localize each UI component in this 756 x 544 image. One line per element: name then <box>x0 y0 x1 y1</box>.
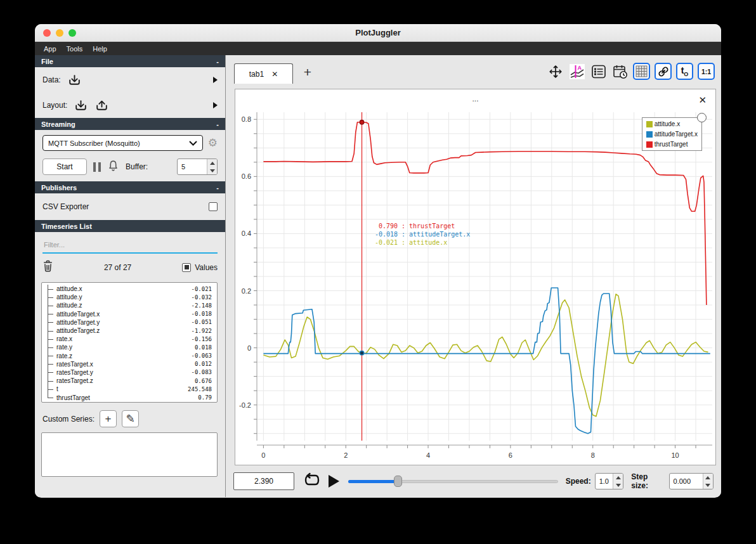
spin-down-button[interactable] <box>207 167 217 174</box>
values-label: Values <box>195 263 218 272</box>
collapse-icon[interactable]: - <box>216 120 219 128</box>
save-layout-icon[interactable] <box>94 99 109 112</box>
plot-toolbar: A tO 1:1 <box>547 63 715 80</box>
spin-up-button[interactable] <box>207 159 217 167</box>
data-row: Data: <box>35 67 225 93</box>
plotjuggler-window: PlotJuggler AppToolsHelp File - Data: La… <box>35 24 721 498</box>
tab-tab1[interactable]: tab1 ✕ <box>234 63 293 84</box>
section-header-timeseries[interactable]: Timeseries List <box>35 220 225 232</box>
play-button[interactable] <box>329 475 339 488</box>
spin-down-button[interactable] <box>613 481 623 489</box>
timeseries-item-ratesTarget.y[interactable]: ratesTarget.y-0.083 <box>44 368 217 377</box>
timeseries-item-attitude.z[interactable]: attitude.z-2.148 <box>44 301 217 309</box>
collapse-icon[interactable]: - <box>216 58 219 65</box>
menu-help[interactable]: Help <box>88 44 112 54</box>
delete-series-trash-icon[interactable] <box>42 260 53 275</box>
curve-list-icon[interactable] <box>590 63 607 80</box>
speed-spinbox[interactable]: 1.0 <box>595 473 624 489</box>
playback-bar: Speed: 1.0 Step size: 0.000 <box>226 465 721 497</box>
menu-app[interactable]: App <box>39 44 62 54</box>
time-offset-icon[interactable]: tO <box>676 63 693 80</box>
step-size-value: 0.000 <box>670 474 703 489</box>
datetime-icon[interactable] <box>611 63 629 80</box>
filter-input[interactable] <box>42 237 218 252</box>
add-tab-button[interactable]: + <box>299 64 316 81</box>
section-header-file[interactable]: File - <box>35 55 225 67</box>
spin-up-button[interactable] <box>613 474 623 481</box>
grid-layout-icon[interactable] <box>633 63 650 80</box>
timeseries-item-attitude.x[interactable]: attitude.x-0.021 <box>44 285 217 293</box>
data-label: Data: <box>42 75 61 84</box>
section-header-publishers[interactable]: Publishers - <box>35 181 225 193</box>
curve-tracker-icon[interactable]: A <box>568 63 585 80</box>
svg-text:8: 8 <box>591 451 595 459</box>
svg-text:0: 0 <box>247 344 251 352</box>
tracker-time-input[interactable] <box>233 472 294 490</box>
svg-text:4: 4 <box>426 451 430 459</box>
legend-swatch <box>646 141 653 148</box>
minimize-window-button[interactable] <box>56 29 63 37</box>
ratio-one-to-one-icon[interactable]: 1:1 <box>698 63 715 80</box>
speed-value: 1.0 <box>596 474 613 489</box>
link-axes-icon[interactable] <box>655 63 672 80</box>
streaming-settings-gear-icon[interactable]: ⚙ <box>208 136 218 150</box>
spin-up-button[interactable] <box>703 474 713 481</box>
plot-legend[interactable]: attitude.xattitudeTarget.xthrustTarget <box>642 117 702 151</box>
plot-canvas[interactable]: 0.80.60.40.20-0.20246810 <box>257 112 712 469</box>
load-layout-icon[interactable] <box>74 99 88 112</box>
add-custom-series-button[interactable]: + <box>100 410 117 427</box>
custom-series-list[interactable] <box>41 432 218 477</box>
timeseries-item-rate.y[interactable]: rate.y0.018 <box>44 343 217 351</box>
traffic-lights <box>43 29 76 37</box>
timeseries-item-t[interactable]: t245.548 <box>44 385 217 393</box>
tree-branch-icon <box>44 343 56 351</box>
layout-label: Layout: <box>42 101 67 110</box>
timeline-slider[interactable] <box>348 475 558 488</box>
file-section-label: File <box>41 58 53 65</box>
tree-branch-icon <box>44 285 56 293</box>
start-streaming-button[interactable]: Start <box>42 159 87 175</box>
tree-branch-icon <box>44 385 56 393</box>
tree-branch-icon <box>44 352 56 360</box>
zoom-window-button[interactable] <box>68 29 76 37</box>
data-menu-arrow-icon[interactable] <box>213 77 218 83</box>
collapse-icon[interactable]: - <box>216 184 219 191</box>
timeseries-item-attitudeTarget.y[interactable]: attitudeTarget.y-0.051 <box>44 318 217 327</box>
plot-title: ... <box>235 94 715 103</box>
tooltip-row-thrustTarget: 0.790 : thrustTarget <box>368 222 470 230</box>
notifications-bell-icon[interactable] <box>107 160 119 174</box>
csv-exporter-checkbox[interactable] <box>209 202 218 211</box>
timeseries-item-rate.x[interactable]: rate.x-0.156 <box>44 335 217 343</box>
legend-item-thrustTarget[interactable]: thrustTarget <box>646 141 698 148</box>
step-size-spinbox[interactable]: 0.000 <box>669 473 714 489</box>
spin-down-button[interactable] <box>703 481 713 489</box>
close-window-button[interactable] <box>43 29 51 37</box>
loop-playback-icon[interactable] <box>303 472 321 490</box>
streaming-source-select[interactable]: MQTT Subscriber (Mosquitto) <box>42 135 203 151</box>
close-plot-icon[interactable]: ✕ <box>698 94 707 106</box>
plot-panel[interactable]: ... ✕ 0.80.60.40.20-0.20246810 attitude.… <box>235 89 716 465</box>
legend-item-attitudeTarget.x[interactable]: attitudeTarget.x <box>646 131 698 138</box>
timeseries-item-attitude.y[interactable]: attitude.y-0.032 <box>44 293 217 301</box>
timeseries-item-ratesTarget.z[interactable]: ratesTarget.z0.676 <box>44 377 217 385</box>
timeseries-item-attitudeTarget.x[interactable]: attitudeTarget.x-0.018 <box>44 310 217 318</box>
timeseries-item-attitudeTarget.z[interactable]: attitudeTarget.z-1.922 <box>44 327 217 335</box>
timeseries-item-thrustTarget[interactable]: thrustTarget0.79 <box>44 393 217 401</box>
layout-menu-arrow-icon[interactable] <box>213 102 218 108</box>
pause-icon[interactable] <box>93 162 101 172</box>
close-tab-icon[interactable]: ✕ <box>271 70 278 79</box>
load-data-icon[interactable] <box>67 74 82 87</box>
edit-custom-series-button[interactable]: ✎ <box>122 410 139 427</box>
slider-handle[interactable] <box>394 476 402 487</box>
buffer-spinbox[interactable]: 5 <box>177 159 218 175</box>
menu-tools[interactable]: Tools <box>62 44 88 54</box>
timeseries-item-ratesTarget.x[interactable]: ratesTarget.x0.012 <box>44 360 217 368</box>
legend-handle-icon[interactable] <box>697 113 707 122</box>
pan-zoom-icon[interactable] <box>547 63 564 80</box>
values-checkbox[interactable] <box>182 263 191 272</box>
section-header-streaming[interactable]: Streaming - <box>35 118 225 130</box>
legend-swatch <box>646 131 653 138</box>
legend-item-attitude.x[interactable]: attitude.x <box>646 120 698 127</box>
timeseries-item-rate.z[interactable]: rate.z-0.063 <box>44 352 217 360</box>
svg-text:-0.2: -0.2 <box>239 401 251 409</box>
